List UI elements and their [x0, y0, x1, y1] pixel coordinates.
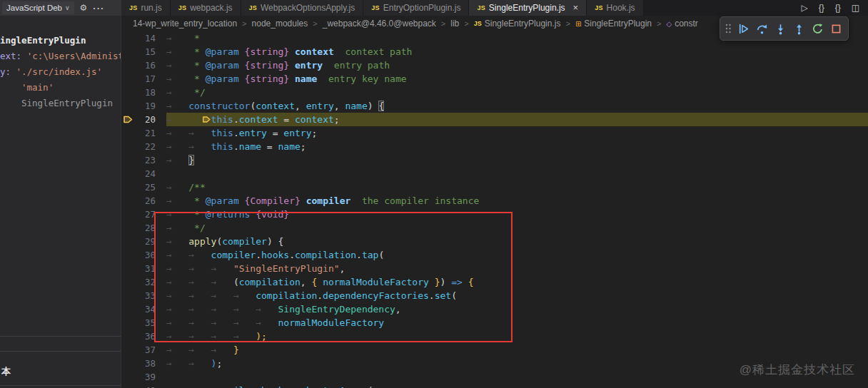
breakpoint-margin[interactable]	[121, 370, 136, 384]
breakpoint-margin[interactable]	[121, 31, 136, 45]
code-line-content[interactable]: → */	[166, 86, 868, 99]
code-line-content[interactable]: →apply(compiler) {	[166, 235, 868, 248]
breakpoint-margin[interactable]	[121, 208, 136, 221]
code-line-content[interactable]: →→compiler.hooks.compilation.tap(	[166, 248, 868, 262]
sidebar-section-label[interactable]: 本	[1, 365, 11, 378]
gear-icon[interactable]: ⚙	[80, 0, 88, 16]
code-line-content[interactable]: →→→(compilation, { normalModuleFactory }…	[166, 275, 868, 289]
tab-webpack-js[interactable]: JSwebpack.js	[171, 0, 241, 16]
tab-entryoptionplugin-js[interactable]: JSEntryOptionPlugin.js	[363, 0, 469, 16]
breakpoint-margin[interactable]	[121, 126, 136, 140]
variables-panel: ingleEntryPluginext: 'c:\Users\Administ……	[0, 33, 121, 111]
breakpoint-margin[interactable]	[121, 357, 136, 370]
line-number: 30	[136, 250, 156, 260]
more-actions-icon[interactable]: ···	[93, 3, 104, 14]
breakpoint-margin[interactable]	[121, 194, 136, 208]
debug-step-over-button[interactable]	[754, 20, 770, 37]
variable-row[interactable]: ext: 'c:\Users\Administ…	[0, 48, 121, 64]
code-line-content[interactable]	[166, 167, 868, 180]
code-token: {	[378, 101, 384, 111]
breadcrumb-item[interactable]: lib	[450, 19, 459, 29]
code-line: 22→→this.name = name;	[121, 140, 868, 153]
breadcrumb-item[interactable]: JSSingleEntryPlugin.js	[474, 19, 561, 29]
breadcrumb-item[interactable]: node_modules	[252, 19, 308, 29]
code-line-content[interactable]: →→this.entry = entry;	[166, 126, 868, 140]
breakpoint-margin[interactable]	[121, 140, 136, 153]
breakpoint-margin[interactable]	[121, 86, 136, 99]
variable-row[interactable]: 'main'	[0, 80, 121, 96]
breakpoint-margin[interactable]	[121, 289, 136, 302]
code-line-content[interactable]: →→this.name = name;	[166, 140, 868, 153]
code-line-content[interactable]: → */	[166, 221, 868, 235]
tab-webpackoptionsapply-js[interactable]: JSWebpackOptionsApply.js	[241, 0, 364, 16]
debug-current-line-icon[interactable]	[121, 113, 136, 126]
breakpoint-margin[interactable]	[121, 384, 136, 388]
debug-config-dropdown[interactable]: JavaScript Deb ∨	[2, 1, 74, 14]
code-line-content[interactable]: →constructor(context, entry, name) {	[166, 99, 868, 113]
code-line-content[interactable]: → * @param {string} name entry key name	[166, 72, 868, 86]
variable-row[interactable]: ingleEntryPlugin	[0, 33, 121, 48]
brackets-icon[interactable]: {}	[819, 3, 824, 13]
tab-whitespace-marker: →	[211, 331, 233, 342]
debug-step-into-button[interactable]	[772, 20, 789, 37]
code-line-content[interactable]: →/**	[166, 180, 868, 194]
breakpoint-margin[interactable]	[121, 99, 136, 113]
code-line-content[interactable]: → * @param {string} entry entry path	[166, 58, 868, 72]
code-line-content[interactable]: →this.context = context;	[166, 113, 868, 126]
tab-singleentryplugin-js[interactable]: JSSingleEntryPlugin.js×	[469, 0, 587, 16]
code-line: 15→ * @param {string} context context pa…	[121, 45, 868, 58]
breakpoint-margin[interactable]	[121, 262, 136, 275]
code-token: {	[468, 277, 474, 287]
breakpoint-margin[interactable]	[121, 221, 136, 235]
close-icon[interactable]: ×	[573, 4, 579, 12]
toolbar-drag-handle[interactable]	[724, 22, 732, 35]
tab-whitespace-marker: →	[188, 304, 211, 315]
debug-sidebar: ingleEntryPluginext: 'c:\Users\Administ……	[0, 16, 121, 388]
breakpoint-margin[interactable]	[121, 275, 136, 289]
breakpoint-margin[interactable]	[121, 316, 136, 330]
variable-row[interactable]: SingleEntryPlugin	[0, 96, 121, 111]
code-line-content[interactable]: → * @param {Compiler} compiler the compi…	[166, 194, 868, 208]
split-editor-icon[interactable]: ◫	[852, 3, 859, 13]
tab-whitespace-marker: →	[211, 344, 233, 355]
code-line-content[interactable]: → * @param {string} context context path	[166, 45, 868, 58]
debug-restart-button[interactable]	[809, 20, 826, 37]
debug-continue-button[interactable]	[735, 20, 752, 37]
code-line-content[interactable]: →→→→→SingleEntryDependency,	[166, 302, 868, 316]
code-editor[interactable]: 14→ *15→ * @param {string} context conte…	[121, 31, 868, 388]
chevron-down-icon: ∨	[65, 4, 70, 11]
code-line-content[interactable]: →→compiler.hooks.make.tapAsync(	[166, 384, 868, 388]
code-line-content[interactable]: → * @returns {void}	[166, 208, 868, 221]
run-icon[interactable]: ▷	[801, 3, 807, 13]
code-line-content[interactable]: →→→→compilation.dependencyFactories.set(	[166, 289, 868, 302]
code-line-content[interactable]: →→→→);	[166, 330, 868, 343]
breadcrumb-item[interactable]: _webpack@4.46.0@webpack	[323, 19, 436, 29]
breakpoint-margin[interactable]	[121, 330, 136, 343]
breadcrumb-item[interactable]: ◇constr	[666, 19, 697, 29]
code-token: .	[233, 114, 239, 125]
breakpoint-margin[interactable]	[121, 302, 136, 316]
debug-stop-button[interactable]	[828, 20, 844, 37]
breakpoint-margin[interactable]	[121, 248, 136, 262]
code-line-content[interactable]: →→→"SingleEntryPlugin",	[166, 262, 868, 275]
code-line-content[interactable]: →→→→→normalModuleFactory	[166, 316, 868, 330]
debug-step-out-button[interactable]	[791, 20, 807, 37]
breakpoint-margin[interactable]	[121, 180, 136, 194]
breakpoint-margin[interactable]	[121, 58, 136, 72]
breakpoint-margin[interactable]	[121, 72, 136, 86]
breakpoint-margin[interactable]	[121, 153, 136, 167]
breakpoint-margin[interactable]	[121, 45, 136, 58]
breakpoint-margin[interactable]	[121, 343, 136, 357]
variable-row[interactable]: y: './src/index.js'	[0, 64, 121, 80]
breakpoint-margin[interactable]	[121, 235, 136, 248]
tab-hook-js[interactable]: JSHook.js	[587, 0, 643, 16]
code-token: }	[188, 155, 194, 165]
tab-run-js[interactable]: JSrun.js	[121, 0, 171, 16]
brackets-2-icon[interactable]: {}	[835, 3, 841, 13]
breakpoint-margin[interactable]	[121, 167, 136, 180]
code-line-content[interactable]: →→→}	[166, 343, 868, 357]
tab-whitespace-marker: →	[166, 182, 188, 193]
breadcrumb-item[interactable]: ⊞SingleEntryPlugin	[575, 19, 652, 29]
breadcrumb-item[interactable]: 14-wp_write_entry_location	[133, 19, 237, 29]
code-line-content[interactable]: →}	[166, 153, 868, 167]
